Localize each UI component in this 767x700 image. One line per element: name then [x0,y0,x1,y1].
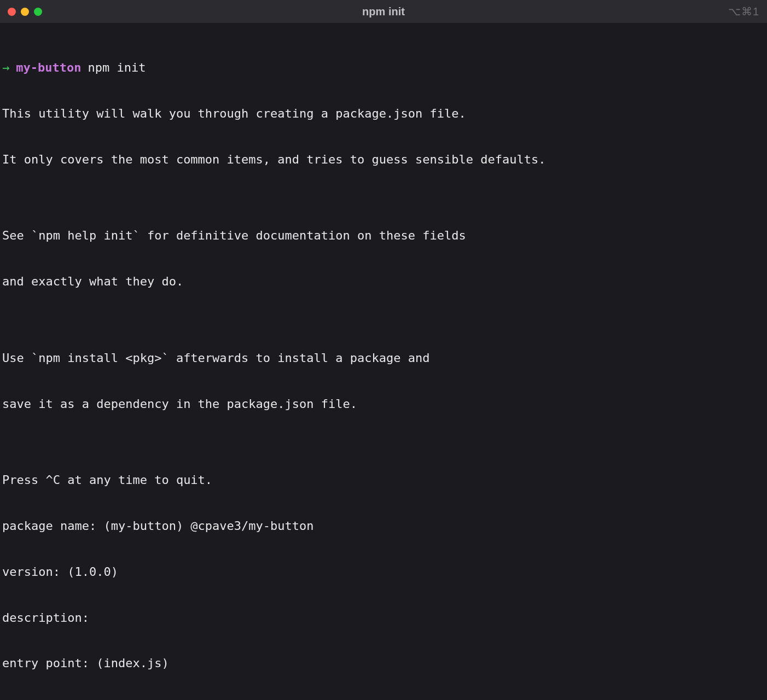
terminal-output: and exactly what they do. [2,274,765,289]
window-titlebar: npm init ⌥⌘1 [0,0,767,23]
shortcut-indicator: ⌥⌘1 [728,5,759,18]
terminal-output: description: [2,610,765,626]
traffic-lights [8,8,42,16]
terminal-body[interactable]: →my-buttonnpm init This utility will wal… [0,23,767,700]
close-button[interactable] [8,8,16,16]
terminal-output: save it as a dependency in the package.j… [2,396,765,412]
terminal-output: Use `npm install <pkg>` afterwards to in… [2,351,765,366]
minimize-button[interactable] [21,8,29,16]
terminal-output: It only covers the most common items, an… [2,152,765,167]
maximize-button[interactable] [34,8,42,16]
terminal-output: This utility will walk you through creat… [2,106,765,121]
prompt-arrow-icon: → [2,60,9,75]
prompt-line: →my-buttonnpm init [2,60,765,75]
prompt-command: npm init [88,60,146,75]
terminal-output: entry point: (index.js) [2,656,765,671]
terminal-output: package name: (my-button) @cpave3/my-but… [2,518,765,534]
prompt-directory: my-button [16,60,81,75]
terminal-output: version: (1.0.0) [2,564,765,580]
terminal-output: Press ^C at any time to quit. [2,472,765,488]
terminal-output: See `npm help init` for definitive docum… [2,228,765,243]
window-title: npm init [362,5,405,18]
